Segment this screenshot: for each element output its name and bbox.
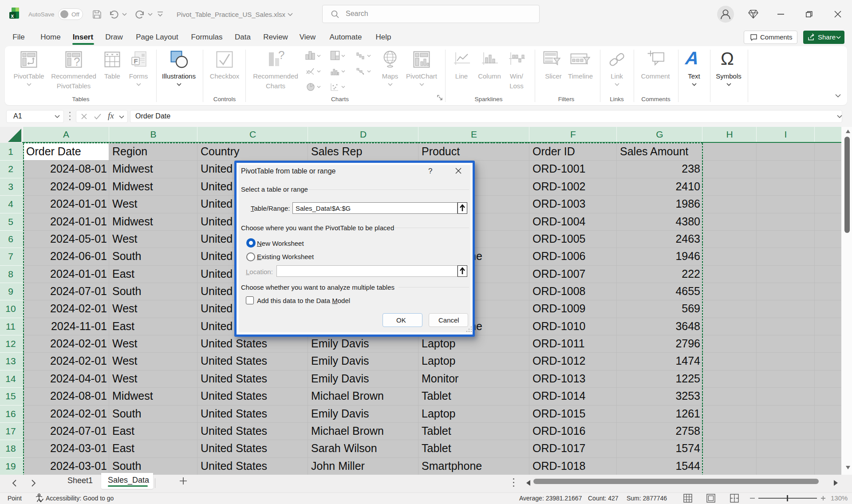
svg-text:?: ?: [74, 55, 80, 68]
svg-text:?: ?: [278, 48, 284, 62]
svg-text:F: F: [134, 57, 138, 65]
